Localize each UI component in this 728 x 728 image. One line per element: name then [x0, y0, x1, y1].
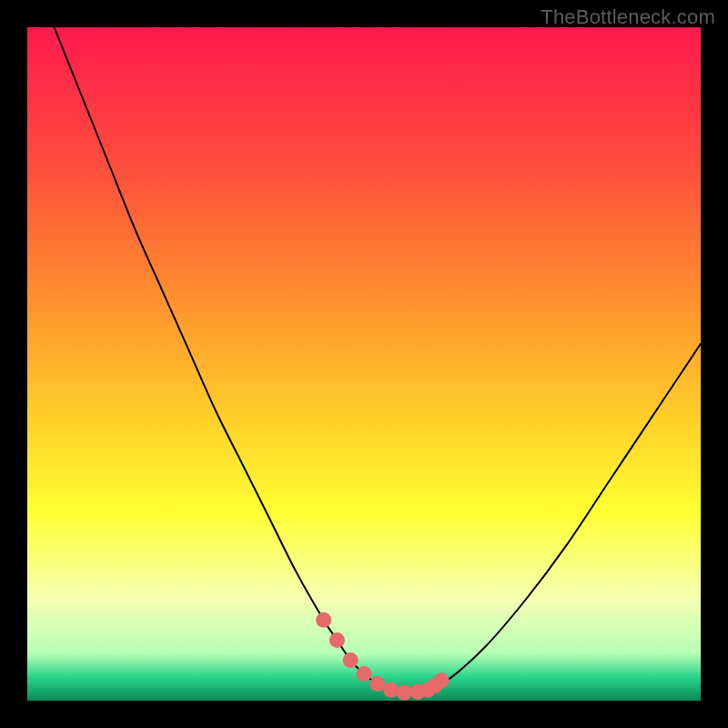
highlight-point	[369, 676, 385, 692]
highlight-point	[356, 666, 371, 682]
highlight-point	[329, 632, 345, 648]
highlight-point	[316, 612, 331, 628]
highlight-point	[434, 672, 450, 688]
highlight-point	[343, 652, 359, 668]
curve-layer	[27, 27, 701, 701]
highlight-point	[383, 682, 399, 698]
highlight-markers	[316, 612, 450, 701]
highlight-point	[397, 685, 412, 701]
watermark-text: TheBottleneck.com	[541, 5, 715, 29]
outer-frame: TheBottleneck.com	[0, 0, 728, 728]
bottleneck-curve	[55, 27, 701, 693]
plot-area	[27, 27, 701, 701]
